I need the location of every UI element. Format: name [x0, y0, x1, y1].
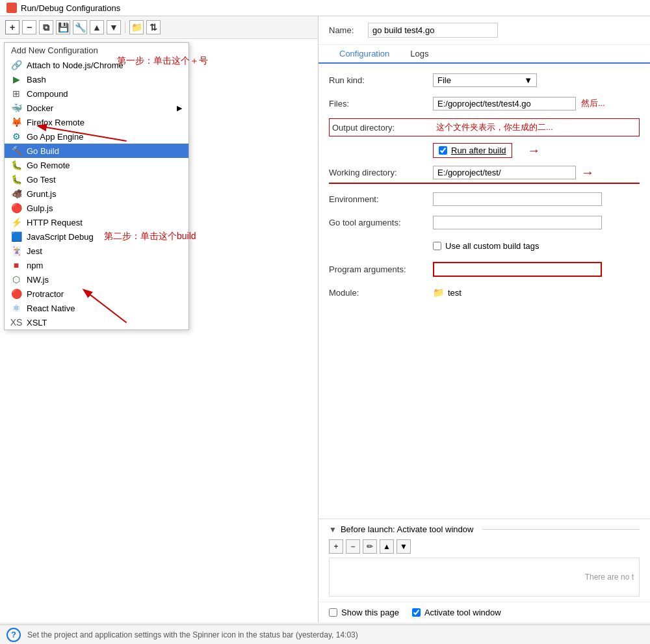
dropdown-item-react-native[interactable]: ⚛React Native: [5, 301, 188, 315]
before-launch-empty-list: There are no t: [329, 558, 640, 597]
npm-label: npm: [27, 261, 43, 270]
program-args-input[interactable]: [433, 262, 602, 277]
down-button[interactable]: ▼: [107, 20, 121, 34]
config-content: Run kind: File ▼ Files: 然后... Output: [318, 64, 650, 519]
before-launch-add-btn[interactable]: +: [329, 539, 343, 554]
dropdown-item-docker[interactable]: 🐳Docker▶: [5, 101, 188, 115]
show-this-page-checkbox[interactable]: [329, 608, 337, 617]
xslt-icon: XS: [11, 317, 21, 328]
go-test-label: Go Test: [27, 175, 56, 185]
activate-tool-window-checkbox[interactable]: [412, 608, 421, 617]
go-app-engine-label: Go App Engine: [27, 132, 83, 142]
dropdown-item-protractor[interactable]: 🔴Protractor: [5, 287, 188, 301]
name-label: Name:: [329, 25, 361, 35]
name-input[interactable]: [368, 23, 498, 38]
dropdown-item-attach-nodejs[interactable]: 🔗Attach to Node.js/Chrome: [5, 58, 188, 72]
dropdown-item-http-request[interactable]: ⚡HTTP Request: [5, 215, 188, 229]
module-folder-icon: 📁: [433, 287, 444, 298]
output-dir-value: 这个文件夹表示，你生成的二...: [436, 122, 636, 133]
npm-icon: ■: [11, 260, 21, 270]
help-button[interactable]: ?: [6, 628, 21, 642]
tab-configuration[interactable]: Configuration: [329, 45, 400, 64]
module-value: 📁 test: [433, 287, 640, 298]
up-button[interactable]: ▲: [90, 20, 104, 34]
dropdown-item-go-test[interactable]: 🐛Go Test: [5, 172, 188, 187]
compound-icon: ⊞: [11, 88, 21, 99]
dropdown-item-nwjs[interactable]: ⬡NW.js: [5, 272, 188, 287]
dropdown-item-npm[interactable]: ■npm: [5, 258, 188, 272]
dropdown-item-grunt[interactable]: 🐗Grunt.js: [5, 187, 188, 201]
name-row: Name:: [318, 16, 650, 45]
module-row: Module: 📁 test: [329, 284, 640, 301]
working-dir-input[interactable]: [433, 166, 576, 179]
remove-button[interactable]: −: [22, 20, 36, 34]
custom-build-tags-checkbox[interactable]: [433, 242, 441, 250]
dropdown-item-firefox-remote[interactable]: 🦊Firefox Remote: [5, 115, 188, 129]
environment-label: Environment:: [329, 194, 433, 204]
go-tool-args-value: [433, 216, 640, 229]
environment-input[interactable]: [433, 192, 602, 206]
nwjs-icon: ⬡: [11, 274, 21, 285]
run-after-build-label: Run after build: [451, 146, 506, 155]
nwjs-label: NW.js: [27, 275, 49, 285]
docker-submenu-arrow: ▶: [177, 104, 182, 112]
dropdown-item-compound[interactable]: ⊞Compound: [5, 86, 188, 101]
bottom-options: Show this page Activate tool window: [318, 602, 650, 623]
run-after-build-value: Run after build →: [433, 143, 640, 158]
files-input[interactable]: [433, 97, 576, 110]
before-launch-up-btn[interactable]: ▲: [380, 539, 394, 554]
sort-button[interactable]: ⇅: [146, 20, 161, 34]
run-after-build-container: Run after build: [433, 143, 512, 158]
add-button[interactable]: +: [5, 20, 20, 34]
folder-button[interactable]: 📁: [129, 20, 144, 34]
dropdown-menu: Add New Configuration🔗Attach to Node.js/…: [4, 42, 189, 330]
custom-build-tags-container: Use all custom build tags: [433, 241, 640, 251]
right-panel: Name: Configuration Logs Run kind: File …: [318, 16, 650, 623]
module-label: Module:: [329, 288, 433, 298]
environment-value: [433, 192, 640, 206]
working-dir-label: Working directory:: [329, 168, 433, 177]
environment-row: Environment:: [329, 190, 640, 207]
run-kind-select[interactable]: File ▼: [433, 73, 537, 87]
dropdown-item-javascript-debug[interactable]: 🟦JavaScript Debug: [5, 229, 188, 244]
files-label: Files:: [329, 99, 433, 109]
tab-logs[interactable]: Logs: [400, 45, 439, 62]
http-request-label: HTTP Request: [27, 218, 83, 227]
gulp-label: Gulp.js: [27, 203, 53, 213]
before-launch-remove-btn[interactable]: −: [346, 539, 360, 554]
run-kind-row: Run kind: File ▼: [329, 71, 640, 88]
go-remote-label: Go Remote: [27, 161, 70, 170]
grunt-icon: 🐗: [11, 188, 21, 199]
go-test-icon: 🐛: [11, 174, 21, 185]
save-button[interactable]: 💾: [56, 20, 70, 34]
title-bar: Run/Debug Configurations: [0, 0, 650, 16]
module-text: test: [448, 288, 462, 298]
dropdown-item-jest[interactable]: 🃏Jest: [5, 244, 188, 258]
show-this-page-label: Show this page: [341, 608, 399, 617]
go-tool-args-input[interactable]: [433, 216, 602, 229]
before-launch-edit-btn[interactable]: ✏: [363, 539, 377, 554]
xslt-label: XSLT: [27, 318, 47, 328]
dropdown-item-go-app-engine[interactable]: ⚙Go App Engine: [5, 129, 188, 144]
run-after-build-checkbox[interactable]: [439, 146, 447, 155]
copy-button[interactable]: ⧉: [39, 20, 53, 34]
wrench-button[interactable]: 🔧: [73, 20, 87, 34]
module-container: 📁 test: [433, 287, 640, 298]
dropdown-item-gulp[interactable]: 🔴Gulp.js: [5, 201, 188, 215]
title-text: Run/Debug Configurations: [21, 3, 120, 13]
dropdown-item-xslt[interactable]: XSXSLT: [5, 315, 188, 329]
gulp-icon: 🔴: [11, 203, 21, 213]
before-launch-down-btn[interactable]: ▼: [396, 539, 411, 554]
dropdown-item-go-build[interactable]: 🔨Go Build: [5, 144, 188, 158]
compound-label: Compound: [27, 89, 68, 99]
docker-label: Docker: [27, 103, 53, 113]
section-toolbar: + − ✏ ▲ ▼: [329, 539, 640, 554]
go-build-label: Go Build: [27, 146, 59, 156]
before-launch-collapse-icon[interactable]: ▼: [329, 525, 337, 534]
dropdown-item-bash[interactable]: ▶Bash: [5, 72, 188, 86]
left-panel: + − ⧉ 💾 🔧 ▲ ▼ 📁 ⇅ Add New Configuration🔗…: [0, 16, 318, 623]
grunt-label: Grunt.js: [27, 189, 57, 199]
before-launch-header: ▼ Before launch: Activate tool window: [329, 524, 640, 534]
before-launch-divider: [482, 529, 640, 530]
dropdown-item-go-remote[interactable]: 🐛Go Remote: [5, 158, 188, 172]
